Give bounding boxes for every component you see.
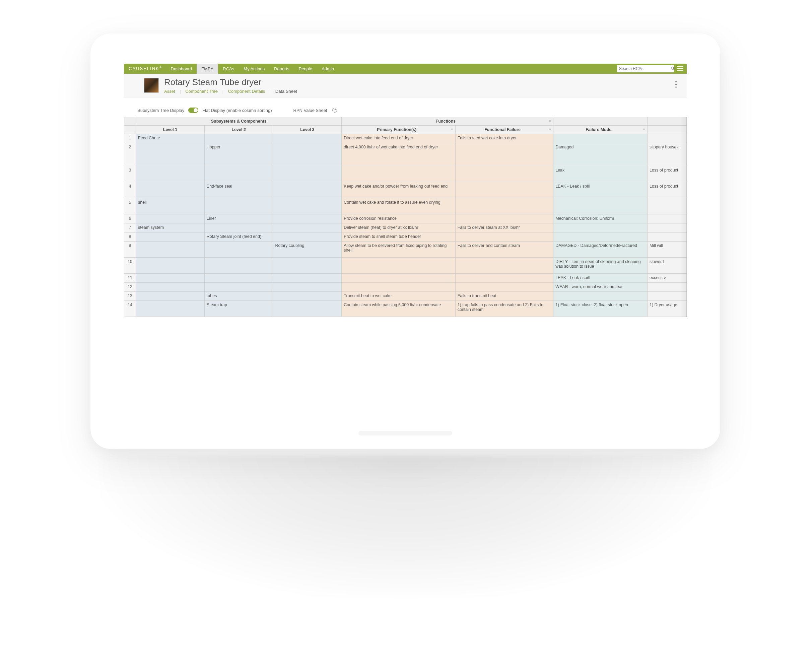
cell-failure-mode[interactable]: [553, 134, 648, 143]
cell-extra[interactable]: [647, 232, 687, 242]
cell-primary-function[interactable]: Provide corrosion resistance: [342, 215, 455, 223]
page-actions-menu-icon[interactable]: [675, 81, 677, 88]
search-box[interactable]: [617, 65, 674, 72]
help-icon[interactable]: ?: [332, 108, 337, 113]
cell-functional-failure[interactable]: [455, 257, 553, 274]
cell-level2[interactable]: End-face seal: [204, 182, 273, 198]
nav-fmea[interactable]: FMEA: [197, 64, 218, 74]
cell-level2[interactable]: tubes: [204, 292, 273, 301]
cell-functional-failure[interactable]: 1) trap fails to pass condensate and 2) …: [455, 301, 553, 317]
table-row[interactable]: 2Hopperdirect 4,000 lb/hr of wet cake in…: [124, 143, 687, 166]
search-icon[interactable]: [671, 66, 675, 71]
cell-failure-mode[interactable]: DAMAGED - Damaged/Deformed/Fractured: [553, 242, 648, 257]
cell-level2[interactable]: [204, 134, 273, 143]
cell-rownum[interactable]: 1: [124, 134, 136, 143]
cell-rownum[interactable]: 8: [124, 232, 136, 242]
col-primary-function[interactable]: Primary Function(s)‹›: [342, 126, 455, 134]
cell-level2[interactable]: [204, 198, 273, 215]
cell-functional-failure[interactable]: [455, 283, 553, 292]
cell-functional-failure[interactable]: Fails to transmit heat: [455, 292, 553, 301]
cell-level3[interactable]: [273, 257, 342, 274]
cell-level1[interactable]: [136, 215, 205, 223]
nav-admin[interactable]: Admin: [317, 64, 339, 74]
cell-level1[interactable]: Feed Chute: [136, 134, 205, 143]
cell-level3[interactable]: [273, 232, 342, 242]
cell-level2[interactable]: [204, 283, 273, 292]
cell-rownum[interactable]: 5: [124, 198, 136, 215]
cell-functional-failure[interactable]: [455, 166, 553, 182]
cell-failure-mode[interactable]: WEAR - worn, normal wear and tear: [553, 283, 648, 292]
cell-level1[interactable]: [136, 242, 205, 257]
table-row[interactable]: 12WEAR - worn, normal wear and tear: [124, 283, 687, 292]
cell-level3[interactable]: [273, 301, 342, 317]
cell-level3[interactable]: [273, 182, 342, 198]
cell-extra[interactable]: [647, 292, 687, 301]
cell-level2[interactable]: [204, 257, 273, 274]
cell-failure-mode[interactable]: [553, 232, 648, 242]
cell-level3[interactable]: [273, 292, 342, 301]
nav-dashboard[interactable]: Dashboard: [166, 64, 197, 74]
cell-functional-failure[interactable]: [455, 215, 553, 223]
col-extra[interactable]: [647, 126, 687, 134]
table-row[interactable]: 7steam systemDeliver steam (heat) to dry…: [124, 223, 687, 232]
cell-rownum[interactable]: 14: [124, 301, 136, 317]
cell-functional-failure[interactable]: Fails to feed wet cake into dryer: [455, 134, 553, 143]
cell-level1[interactable]: [136, 274, 205, 283]
cell-level3[interactable]: [273, 166, 342, 182]
cell-rownum[interactable]: 7: [124, 223, 136, 232]
cell-extra[interactable]: Loss of product: [647, 182, 687, 198]
cell-level2[interactable]: [204, 274, 273, 283]
cell-level1[interactable]: [136, 257, 205, 274]
nav-my-actions[interactable]: My Actions: [239, 64, 269, 74]
cell-primary-function[interactable]: Deliver steam (heat) to dryer at xx lbs/…: [342, 223, 455, 232]
nav-reports[interactable]: Reports: [269, 64, 294, 74]
cell-level1[interactable]: [136, 182, 205, 198]
cell-rownum[interactable]: 12: [124, 283, 136, 292]
cell-primary-function[interactable]: Keep wet cake and/or powder from leaking…: [342, 182, 455, 198]
cell-failure-mode[interactable]: LEAK - Leak / spill: [553, 274, 648, 283]
cell-failure-mode[interactable]: [553, 292, 648, 301]
cell-level3[interactable]: [273, 134, 342, 143]
table-row[interactable]: 6LinerProvide corrosion resistanceMechan…: [124, 215, 687, 223]
cell-extra[interactable]: [647, 134, 687, 143]
cell-primary-function[interactable]: Provide steam to shell steam tube header: [342, 232, 455, 242]
menu-icon[interactable]: [677, 66, 683, 71]
cell-primary-function[interactable]: Direct wet cake into feed end of dryer: [342, 134, 455, 143]
cell-functional-failure[interactable]: Fails to deliver steam at XX lbs/hr: [455, 223, 553, 232]
col-functional-failure[interactable]: Functional Failure‹›: [455, 126, 553, 134]
sort-icon[interactable]: ‹›: [643, 127, 645, 131]
cell-primary-function[interactable]: [342, 274, 455, 283]
cell-rownum[interactable]: 9: [124, 242, 136, 257]
cell-rownum[interactable]: 11: [124, 274, 136, 283]
cell-level2[interactable]: [204, 223, 273, 232]
cell-failure-mode[interactable]: [553, 223, 648, 232]
cell-extra[interactable]: [647, 215, 687, 223]
collapse-icon[interactable]: ‹›: [549, 119, 551, 123]
cell-level1[interactable]: [136, 301, 205, 317]
table-row[interactable]: 14Steam trapContain steam while passing …: [124, 301, 687, 317]
cell-level3[interactable]: [273, 143, 342, 166]
display-mode-toggle[interactable]: [188, 108, 198, 113]
cell-failure-mode[interactable]: DIRTY - item in need of cleaning and cle…: [553, 257, 648, 274]
table-row[interactable]: 10DIRTY - item in need of cleaning and c…: [124, 257, 687, 274]
cell-functional-failure[interactable]: [455, 143, 553, 166]
cell-functional-failure[interactable]: Fails to deliver and contain steam: [455, 242, 553, 257]
cell-level2[interactable]: Steam trap: [204, 301, 273, 317]
sort-icon[interactable]: ‹›: [451, 127, 453, 131]
cell-primary-function[interactable]: Allow steam to be delivered from fixed p…: [342, 242, 455, 257]
nav-people[interactable]: People: [294, 64, 317, 74]
col-level3[interactable]: Level 3: [273, 126, 342, 134]
cell-extra[interactable]: Loss of product: [647, 166, 687, 182]
cell-level1[interactable]: [136, 283, 205, 292]
breadcrumb-asset[interactable]: Asset: [164, 89, 175, 94]
cell-level1[interactable]: [136, 292, 205, 301]
cell-failure-mode[interactable]: 1) Float stuck close, 2) float stuck ope…: [553, 301, 648, 317]
cell-rownum[interactable]: 2: [124, 143, 136, 166]
sort-icon[interactable]: ‹›: [549, 127, 551, 131]
cell-level1[interactable]: steam system: [136, 223, 205, 232]
cell-extra[interactable]: excess v: [647, 274, 687, 283]
cell-primary-function[interactable]: Transmit heat to wet cake: [342, 292, 455, 301]
cell-primary-function[interactable]: direct 4,000 lb/hr of wet cake into feed…: [342, 143, 455, 166]
search-input[interactable]: [619, 66, 669, 71]
cell-level2[interactable]: [204, 166, 273, 182]
